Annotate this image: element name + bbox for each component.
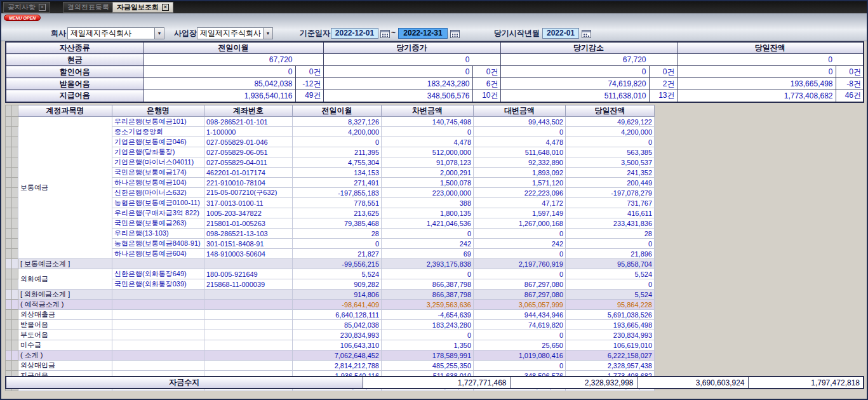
amount-cell: 106,619,010 [566,340,655,350]
col-prev-carryover: 전일이월 [144,42,323,54]
row-selector[interactable] [12,168,18,178]
row-selector[interactable] [6,279,12,290]
account-number-cell: 098-286521-13-103 [204,229,293,239]
date-from-input[interactable]: 2022-12-01 [331,28,378,39]
row-selector[interactable] [6,330,12,340]
tab-bar: 공지사항 × 결의전표등록 × 자금일보조회 × [1,1,867,13]
row-selector[interactable] [6,218,12,229]
amount-cell: 193,665,498 [566,320,655,330]
bank-cell [112,320,204,330]
amount-cell: 1,571,120 [474,178,566,188]
row-selector[interactable] [12,330,18,340]
close-icon[interactable]: × [39,4,46,11]
row-selector[interactable] [12,239,18,249]
account-number-cell: 301-0151-8408-91 [204,239,293,249]
row-selector[interactable] [12,137,18,147]
tab-label: 자금일보조회 [117,3,159,12]
chevron-down-icon[interactable]: ▼ [154,28,164,39]
summary-count: 6건 [472,78,500,90]
close-icon[interactable]: × [162,4,169,11]
account-number-cell [204,259,293,269]
row-selector[interactable] [12,198,18,208]
site-select[interactable]: 제일제지주식회사 ▼ [197,27,273,39]
summary-count: 0건 [295,66,323,78]
row-selector[interactable] [12,157,18,168]
company-select[interactable]: 제일제지주식회사 ▼ [67,27,164,39]
amount-cell: 0 [382,127,474,137]
account-number-cell: 215801-01-005263 [204,218,293,229]
summary-amount: 511,638,010 [500,90,649,102]
calendar-icon[interactable] [582,29,591,38]
tab-daily-funds-report[interactable]: 자금일보조회 × [112,2,173,13]
row-selector[interactable] [12,259,18,269]
row-selector[interactable] [6,208,12,218]
row-selector[interactable] [6,127,12,137]
row-selector[interactable] [12,269,18,279]
row-selector[interactable] [6,300,12,310]
amount-cell: 1,597,149 [474,208,566,218]
amount-cell: 778,551 [293,198,382,208]
col-asset-type: 자산종류 [6,42,144,54]
row-selector[interactable] [12,218,18,229]
summary-amount: 1,936,540,116 [144,90,295,102]
amount-cell: 485,255,350 [382,361,474,371]
period-start-input[interactable]: 2022-01 [542,28,579,39]
calendar-icon[interactable] [450,29,460,38]
amount-cell: 271,491 [293,178,382,188]
row-selector[interactable] [12,350,18,361]
summary-amount: 0 [677,54,864,66]
row-selector[interactable] [12,178,18,188]
amount-cell: 5,524 [293,269,382,279]
row-selector[interactable] [6,290,12,300]
row-selector[interactable] [12,249,18,259]
tab-notice[interactable]: 공지사항 × [3,2,50,13]
row-selector[interactable] [6,229,12,239]
row-selector[interactable] [6,198,12,208]
chevron-down-icon[interactable]: ▼ [263,28,272,39]
summary-amount: 67,720 [500,54,677,66]
summary-amount: 193,665,498 [677,78,836,90]
detail-row: ( 소계 )7,062,648,452178,589,9911,019,080,… [6,350,655,361]
row-selector[interactable] [12,310,18,320]
row-selector[interactable] [6,310,12,320]
summary-row-label: 할인어음 [6,66,144,78]
row-selector[interactable] [12,127,18,137]
row-selector[interactable] [12,117,18,127]
date-to-input[interactable]: 2022-12-31 [398,28,448,39]
row-selector[interactable] [6,340,12,350]
row-selector[interactable] [12,361,18,371]
amount-cell: 2,000,291 [382,168,474,178]
row-selector[interactable] [12,300,18,310]
amount-cell: 416,611 [566,208,655,218]
row-selector[interactable] [6,137,12,147]
row-selector[interactable] [6,259,12,269]
row-selector[interactable] [12,229,18,239]
row-selector[interactable] [12,279,18,290]
amount-cell: 242 [382,239,474,249]
row-selector[interactable] [12,290,18,300]
account-number-cell: 148-910003-50604 [204,249,293,259]
row-selector[interactable] [6,361,12,371]
bank-cell: 하나은행(보통예금604) [112,249,204,259]
row-selector[interactable] [6,157,12,168]
row-selector[interactable] [6,320,12,330]
row-selector[interactable] [6,168,12,178]
row-selector[interactable] [6,239,12,249]
row-selector[interactable] [12,340,18,350]
bank-cell [112,330,204,340]
row-selector[interactable] [6,147,12,157]
row-selector[interactable] [6,117,12,127]
row-selector[interactable] [12,208,18,218]
menu-open-button[interactable]: MENU OPEN [4,15,41,21]
row-selector[interactable] [6,188,12,198]
bank-cell [112,300,204,310]
row-selector[interactable] [12,320,18,330]
row-selector[interactable] [6,350,12,361]
row-selector[interactable] [6,249,12,259]
row-selector[interactable] [6,178,12,188]
calendar-icon[interactable] [380,29,390,38]
row-selector[interactable] [12,188,18,198]
row-selector[interactable] [6,269,12,279]
summary-row-label: 현금 [6,54,144,66]
row-selector[interactable] [12,147,18,157]
